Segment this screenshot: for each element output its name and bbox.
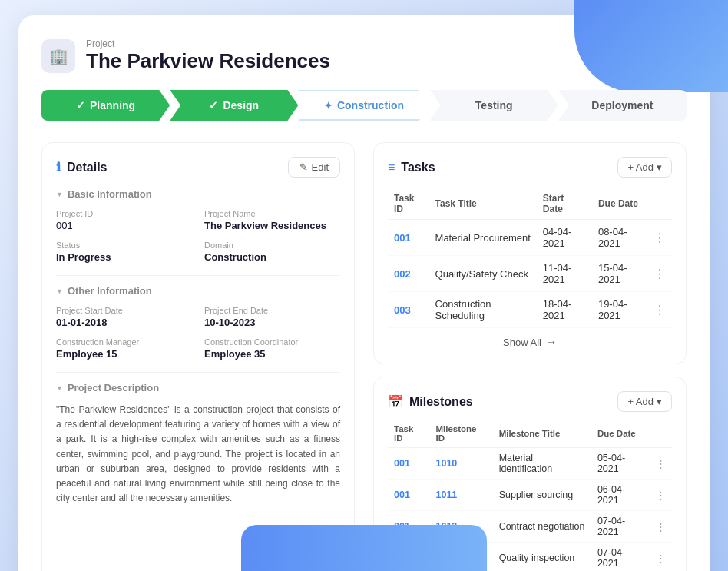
tasks-table: Task ID Task Title Start Date Due Date 0…	[388, 188, 672, 328]
tab-construction-label: Construction	[337, 99, 404, 111]
field-coordinator: Construction Coordinator Employee 35	[204, 337, 340, 360]
spinner-icon: ✦	[324, 100, 333, 111]
milestone-due-1: 05-04-2021	[591, 448, 650, 480]
details-title: ℹ Details	[56, 160, 107, 174]
milestone-id-1011[interactable]: 1011	[435, 490, 457, 500]
m-task-id-1[interactable]: 001	[394, 458, 410, 469]
tab-planning[interactable]: ✓ Planning	[41, 90, 170, 121]
col-due-date: Due Date	[592, 188, 647, 220]
basic-fields: Project ID 001 Project Name The Parkview…	[56, 209, 340, 263]
col-start-date: Start Date	[537, 188, 592, 220]
tab-deployment[interactable]: Deployment	[558, 90, 687, 121]
task-due-2: 15-04-2021	[592, 256, 647, 292]
milestone-title-3: Contract negotiation	[493, 511, 591, 543]
col-milestone-title: Milestone Title	[493, 420, 591, 448]
task-start-1: 04-04-2021	[537, 220, 592, 256]
phase-tabs: ✓ Planning ✓ Design ✦ Construction Testi…	[41, 90, 687, 121]
field-start-date: Project Start Date 01-01-2018	[56, 306, 192, 328]
project-description: "The Parkview Residences" is a construct…	[56, 403, 340, 506]
field-project-id: Project ID 001	[56, 209, 192, 231]
desc-section: Project Description	[56, 382, 340, 393]
tasks-show-all[interactable]: Show All →	[388, 328, 672, 350]
field-manager: Construction Manager Employee 15	[56, 337, 192, 360]
edit-button[interactable]: ✎ Edit	[288, 157, 340, 178]
col-m-task-id: Task ID	[388, 420, 429, 448]
project-label: Project	[86, 38, 330, 49]
milestone-due-2: 06-04-2021	[591, 480, 650, 511]
task-id-001[interactable]: 001	[394, 232, 411, 244]
milestone-title-1: Material identification	[493, 448, 591, 480]
table-row: 001 Material Procurement 04-04-2021 08-0…	[388, 220, 672, 256]
milestone-more-2[interactable]: ⋮	[650, 480, 672, 511]
field-project-name: Project Name The Parkview Residences	[204, 209, 340, 231]
field-end-date: Project End Date 10-10-2023	[204, 306, 340, 328]
col-m-actions	[650, 420, 672, 448]
edit-pencil-icon: ✎	[299, 161, 308, 173]
chevron-down-icon: ▾	[657, 396, 662, 407]
milestone-due-4: 07-04-2021	[591, 543, 650, 572]
project-title: The Parkview Residences	[86, 49, 330, 73]
tab-deployment-label: Deployment	[591, 99, 653, 111]
milestone-more-4[interactable]: ⋮	[650, 543, 672, 572]
right-panels: ≡ Tasks + Add ▾ Task ID Task Title Start…	[373, 142, 687, 571]
tasks-title: ≡ Tasks	[388, 161, 435, 174]
task-id-003[interactable]: 003	[394, 304, 411, 316]
table-row: 002 Quality/Safety Check 11-04-2021 15-0…	[388, 256, 672, 292]
milestone-title-2: Supplier sourcing	[493, 480, 591, 511]
milestone-more-3[interactable]: ⋮	[650, 511, 672, 543]
task-title-1: Material Procurement	[429, 220, 537, 256]
col-task-id: Task ID	[388, 188, 429, 220]
task-start-2: 11-04-2021	[537, 256, 592, 292]
milestones-add-button[interactable]: + Add ▾	[617, 391, 672, 412]
check-icon: ✓	[209, 99, 218, 111]
other-info-section: Other Information	[56, 285, 340, 297]
task-id-002[interactable]: 002	[394, 268, 411, 280]
milestones-table-head: Task ID Milestone ID Milestone Title Due…	[388, 420, 672, 448]
task-start-3: 18-04-2021	[537, 292, 592, 328]
table-row: 003 Construction Scheduling 18-04-2021 1…	[388, 292, 672, 328]
milestones-title: 📅 Milestones	[388, 394, 473, 409]
tasks-table-body: 001 Material Procurement 04-04-2021 08-0…	[388, 220, 672, 328]
m-task-id-2[interactable]: 001	[394, 490, 410, 500]
details-panel-header: ℹ Details ✎ Edit	[56, 157, 340, 178]
task-more-3[interactable]: ⋮	[647, 292, 672, 328]
details-panel: ℹ Details ✎ Edit Basic Information Proje…	[41, 142, 355, 571]
tab-design[interactable]: ✓ Design	[170, 90, 298, 121]
field-status: Status In Progress	[56, 241, 192, 263]
task-more-2[interactable]: ⋮	[647, 256, 672, 292]
calendar-icon: 📅	[388, 394, 403, 409]
list-item: 001 1010 Material identification 05-04-2…	[388, 448, 672, 480]
tasks-panel: ≡ Tasks + Add ▾ Task ID Task Title Start…	[373, 142, 687, 364]
main-card: 🏢 Project The Parkview Residences ✓ Plan…	[18, 15, 710, 571]
task-due-1: 08-04-2021	[592, 220, 647, 256]
tasks-table-head: Task ID Task Title Start Date Due Date	[388, 188, 672, 220]
divider-1	[56, 275, 340, 276]
arrow-right-icon: →	[546, 336, 557, 348]
info-icon: ℹ	[56, 160, 61, 174]
milestone-id-1010[interactable]: 1010	[435, 458, 457, 469]
milestone-more-1[interactable]: ⋮	[650, 448, 672, 480]
col-actions	[647, 188, 672, 220]
tab-testing-label: Testing	[475, 99, 513, 111]
col-m-due-date: Due Date	[591, 420, 650, 448]
tab-design-label: Design	[223, 99, 259, 111]
project-icon: 🏢	[41, 39, 75, 73]
list-item: 001 1011 Supplier sourcing 06-04-2021 ⋮	[388, 480, 672, 511]
task-more-1[interactable]: ⋮	[647, 220, 672, 256]
project-info: Project The Parkview Residences	[86, 38, 330, 73]
col-milestone-id: Milestone ID	[429, 420, 492, 448]
other-fields: Project Start Date 01-01-2018 Project En…	[56, 306, 340, 360]
chevron-down-icon: ▾	[657, 161, 662, 173]
tab-construction[interactable]: ✦ Construction	[298, 90, 429, 121]
divider-2	[56, 372, 340, 373]
main-grid: ℹ Details ✎ Edit Basic Information Proje…	[41, 142, 687, 571]
tasks-add-button[interactable]: + Add ▾	[617, 157, 672, 178]
tab-testing[interactable]: Testing	[430, 90, 558, 121]
task-due-3: 19-04-2021	[592, 292, 647, 328]
task-title-3: Construction Scheduling	[429, 292, 537, 328]
milestone-due-3: 07-04-2021	[591, 511, 650, 543]
field-domain: Domain Construction	[204, 241, 340, 263]
milestones-panel-header: 📅 Milestones + Add ▾	[388, 391, 672, 412]
task-title-2: Quality/Safety Check	[429, 256, 537, 292]
milestone-title-4: Quality inspection	[493, 543, 591, 572]
